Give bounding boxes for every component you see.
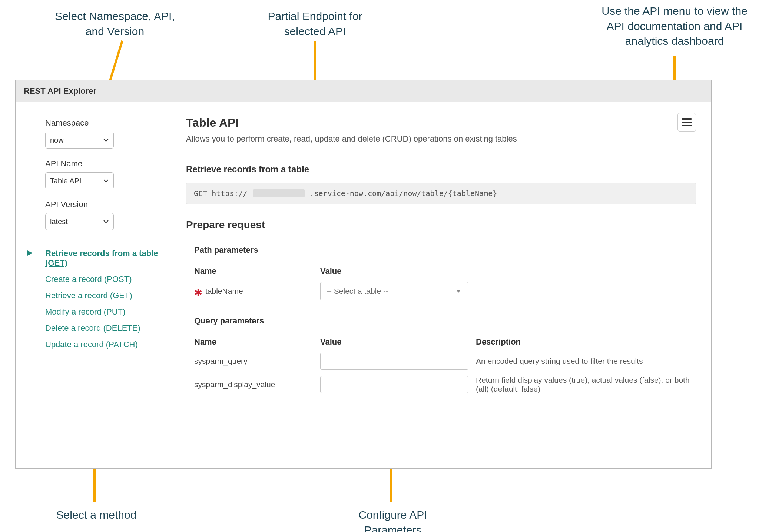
retrieve-section-title: Retrieve records from a table <box>186 164 696 174</box>
api-title: Table API <box>186 116 677 130</box>
method-label: Modify a record (PUT) <box>45 307 125 316</box>
method-delete-record[interactable]: Delete a record (DELETE) <box>45 323 160 333</box>
namespace-value: now <box>50 136 64 144</box>
app-title: REST API Explorer <box>24 86 96 96</box>
api-version-value: latest <box>50 217 68 226</box>
query-col-value-header: Value <box>320 337 476 347</box>
query-param-desc: Return field display values (true), actu… <box>476 376 696 393</box>
api-name-label: API Name <box>45 159 160 169</box>
hamburger-icon <box>682 118 692 120</box>
query-parameters-title: Query parameters <box>194 316 696 326</box>
triangle-down-icon <box>455 289 461 293</box>
sysparm-query-input[interactable] <box>320 353 468 370</box>
method-label: Retrieve a record (GET) <box>45 291 132 300</box>
endpoint-display: GET https:// .service-now.com/api/now/ta… <box>186 183 696 204</box>
method-label: Create a record (POST) <box>45 275 132 284</box>
endpoint-prefix: GET https:// <box>194 189 248 198</box>
path-parameters-title: Path parameters <box>194 245 696 255</box>
query-col-desc-header: Description <box>476 337 696 347</box>
prepare-request-title: Prepare request <box>186 219 696 231</box>
query-param-name: sysparm_display_value <box>194 380 320 389</box>
divider <box>186 154 696 154</box>
chevron-down-icon <box>103 179 109 183</box>
app-titlebar: REST API Explorer <box>16 80 711 102</box>
sysparm-display-value-input[interactable] <box>320 376 468 393</box>
query-param-name: sysparm_query <box>194 357 320 366</box>
endpoint-host-redacted <box>253 189 305 197</box>
api-menu-button[interactable] <box>677 113 696 132</box>
method-label: Delete a record (DELETE) <box>45 323 140 333</box>
chevron-down-icon <box>103 219 109 224</box>
path-col-value-header: Value <box>320 266 476 276</box>
annotation-select-namespace: Select Namespace, API, and Version <box>44 9 185 39</box>
method-retrieve-records[interactable]: Retrieve records from a table (GET) <box>30 249 160 268</box>
divider <box>186 235 696 235</box>
api-version-label: API Version <box>45 200 160 209</box>
annotation-partial-endpoint: Partial Endpoint for selected API <box>252 9 378 39</box>
namespace-select[interactable]: now <box>45 132 114 149</box>
annotation-api-menu: Use the API menu to view the API documen… <box>582 4 767 49</box>
table-name-placeholder: -- Select a table -- <box>327 287 388 296</box>
query-param-desc: An encoded query string used to filter t… <box>476 357 696 366</box>
api-name-select[interactable]: Table API <box>45 172 114 189</box>
app-window: REST API Explorer Namespace now API Name… <box>15 80 712 469</box>
main-panel: Table API Allows you to perform create, … <box>175 102 711 468</box>
annotation-select-method: Select a method <box>44 508 148 523</box>
api-version-select[interactable]: latest <box>45 213 114 230</box>
sidebar: Namespace now API Name Table API API Ver… <box>16 102 175 468</box>
query-col-name-header: Name <box>194 337 320 347</box>
chevron-down-icon <box>103 138 109 142</box>
api-name-value: Table API <box>50 177 82 185</box>
method-label: Update a record (PATCH) <box>45 340 138 349</box>
method-update-record[interactable]: Update a record (PATCH) <box>45 340 160 349</box>
endpoint-suffix: .service-now.com/api/now/table/{tableNam… <box>310 189 497 198</box>
divider <box>194 328 696 328</box>
namespace-label: Namespace <box>45 118 160 128</box>
method-list: Retrieve records from a table (GET) Crea… <box>45 249 160 349</box>
method-retrieve-record[interactable]: Retrieve a record (GET) <box>45 291 160 300</box>
method-modify-record[interactable]: Modify a record (PUT) <box>45 307 160 317</box>
method-create-record[interactable]: Create a record (POST) <box>45 275 160 284</box>
divider <box>194 257 696 257</box>
table-name-select[interactable]: -- Select a table -- <box>320 282 468 300</box>
api-description: Allows you to perform create, read, upda… <box>186 134 677 144</box>
annotation-configure-params: Configure API Parameters <box>341 508 445 532</box>
path-param-name: tableName <box>205 287 243 296</box>
play-icon <box>27 250 33 256</box>
method-label: Retrieve records from a table (GET) <box>45 249 158 267</box>
path-col-name-header: Name <box>194 266 320 276</box>
